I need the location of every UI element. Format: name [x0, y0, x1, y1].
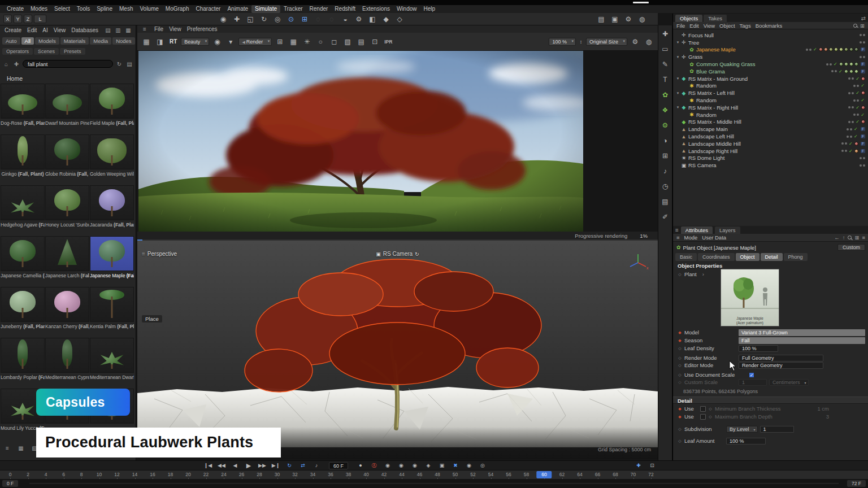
material-chip[interactable]	[819, 47, 823, 51]
visibility-dot[interactable]	[860, 34, 862, 36]
render-dot[interactable]	[845, 142, 847, 145]
enable-checkmark-icon[interactable]: ✓	[854, 134, 858, 139]
enable-checkmark-icon[interactable]: ✓	[854, 127, 858, 132]
render-view[interactable]	[137, 51, 658, 232]
last-tool-used[interactable]: ◎	[272, 14, 283, 25]
tab-takes[interactable]: Takes	[704, 15, 727, 22]
object-row-rs-matrix-main-ground[interactable]: ▾◆RS Matrix - Main Ground✓	[673, 75, 868, 82]
sound-icon[interactable]: ♪	[660, 166, 670, 176]
attr-tab-phong[interactable]: Phong	[784, 253, 808, 261]
lock-icon[interactable]: ⊞	[274, 36, 285, 47]
material-chip[interactable]	[861, 106, 865, 110]
object-row-focus-null[interactable]: ✛Focus Null	[673, 32, 868, 39]
scale-tool[interactable]: ◱	[245, 14, 256, 25]
enable-checkmark-icon[interactable]: ✓	[834, 62, 837, 67]
ab-tab-media[interactable]: Media	[90, 37, 111, 45]
timeline-ruler[interactable]: 0246810121416182022242628303234363840424…	[0, 470, 868, 479]
enable-checkmark-icon[interactable]: ✓	[856, 76, 860, 81]
pixel-probe-icon[interactable]: ⊡	[369, 36, 380, 47]
visibility-dot[interactable]	[847, 128, 849, 130]
visibility-dot[interactable]	[848, 77, 850, 80]
min-branch-use-checkbox[interactable]: ✓	[700, 406, 706, 412]
ab-subtab-presets[interactable]: Presets	[60, 48, 85, 55]
om-menu-tags[interactable]: Tags	[740, 23, 751, 29]
goto-end-button[interactable]: ▶❙	[271, 463, 280, 468]
render-dot[interactable]	[852, 92, 854, 94]
panel-menu-icon[interactable]: ≡	[141, 26, 149, 32]
menu-create[interactable]: Create	[3, 5, 27, 13]
asset-item-japanese-larch[interactable]: Japanese Larch (Fall, Pl...	[45, 236, 89, 286]
visibility-dot[interactable]	[860, 41, 862, 43]
object-row-random[interactable]: ✱Random✓	[673, 111, 868, 119]
render-dot[interactable]	[857, 114, 859, 116]
material-chip[interactable]	[849, 62, 853, 66]
solo-button[interactable]: ◉	[465, 463, 474, 468]
zoom-spinner-icon[interactable]: ↕	[578, 36, 584, 47]
ab-menu-edit[interactable]: Edit	[27, 27, 37, 33]
range-start-handle[interactable]: 0 F	[2, 480, 18, 487]
material-chip[interactable]	[839, 62, 843, 66]
attributes-menu-icon[interactable]: ≡	[675, 227, 679, 233]
asset-item-jacaranda[interactable]: Jacaranda (Fall, Plant)	[90, 185, 134, 235]
material-chip[interactable]	[839, 47, 843, 51]
render-dot[interactable]	[845, 150, 847, 152]
filter-icon[interactable]: ▤	[125, 61, 133, 67]
rt-toggle-button[interactable]: RT	[170, 38, 177, 45]
plant-capsule-icon[interactable]: ✿	[660, 90, 670, 100]
attr-tab-basic[interactable]: Basic	[675, 253, 697, 261]
object-row-landscape-right-hill[interactable]: ▲Landscape Right Hill✓F	[673, 147, 868, 155]
sound-toggle-button[interactable]: ♪	[312, 463, 321, 468]
material-chip[interactable]	[861, 120, 865, 124]
viewport-zoom-select[interactable]: 100 %	[549, 38, 576, 46]
record-parameter-button[interactable]: ◈	[424, 463, 433, 468]
render-dot[interactable]	[863, 164, 865, 167]
mode-menu-icon[interactable]: ≡	[676, 234, 680, 241]
axis-y-button[interactable]: Y	[14, 15, 22, 23]
visibility-dot[interactable]	[847, 136, 849, 138]
loop-mode-button[interactable]: ↻	[285, 463, 294, 468]
object-row-landscape-main[interactable]: ▲Landscape Main✓F	[673, 125, 868, 133]
timeline-playhead[interactable]: 60	[536, 471, 552, 478]
ab-view-detail-icon[interactable]: ▦	[124, 27, 132, 33]
attr-menu-icon-2[interactable]: ≡	[862, 234, 865, 241]
menu-tracker[interactable]: Tracker	[280, 5, 306, 13]
up-arrow-icon[interactable]: ↑	[843, 234, 845, 241]
mesh-tool-icon-2[interactable]: ◇	[394, 14, 405, 25]
visibility-dot[interactable]	[853, 114, 856, 116]
expand-arrow-icon[interactable]: ▾	[675, 40, 680, 45]
ab-menu-ai[interactable]: AI	[42, 27, 47, 33]
denoiser-icon[interactable]: ◍	[643, 36, 654, 47]
material-chip[interactable]	[854, 62, 858, 66]
object-row-rs-matrix-left-hill[interactable]: ▾◆RS Matrix - Left Hill✓	[673, 89, 868, 97]
attr-search-icon[interactable]	[848, 236, 852, 239]
menu-window[interactable]: Window	[393, 5, 420, 13]
enable-checkmark-icon[interactable]: ✓	[849, 149, 853, 154]
render-pass-select[interactable]: Beauty	[181, 38, 209, 46]
material-chip[interactable]	[829, 47, 833, 51]
object-tag[interactable]: F	[861, 47, 865, 51]
menu-volume[interactable]: Volume	[136, 5, 162, 13]
attr-tab-coordinates[interactable]: Coordinates	[698, 253, 735, 261]
home-icon[interactable]: ⌂	[2, 61, 10, 67]
snapshot-icon[interactable]: ▦	[141, 36, 152, 47]
enable-checkmark-icon[interactable]: ✓	[856, 105, 860, 110]
material-chip[interactable]	[844, 62, 848, 66]
vp-menu-preferences[interactable]: Preferences	[187, 26, 218, 32]
detail-section-header[interactable]: Detail	[673, 396, 868, 404]
asset-item-japanese-camellia[interactable]: Japanese Camellia (Fal...	[1, 236, 45, 286]
render-dot[interactable]	[857, 85, 859, 87]
render-dot[interactable]	[852, 121, 854, 123]
tab-objects[interactable]: Objects	[675, 15, 702, 22]
range-track[interactable]	[29, 483, 839, 484]
current-frame-field[interactable]: 60 F	[329, 462, 348, 469]
search-input[interactable]: fall plant	[23, 60, 113, 68]
om-menu-object[interactable]: Object	[719, 23, 735, 29]
visibility-dot[interactable]	[806, 49, 808, 51]
volume-icon[interactable]: ⊞	[660, 151, 670, 161]
asset-item-field-maple[interactable]: Field Maple (Fall, Plant)	[90, 84, 134, 133]
visibility-dot[interactable]	[826, 63, 828, 66]
mesh-tool-icon[interactable]: ◆	[380, 14, 392, 25]
render-dot[interactable]	[850, 136, 852, 138]
preview-range-button[interactable]: ◎	[478, 463, 487, 468]
camera-reset-icon[interactable]: ↻	[415, 251, 419, 257]
